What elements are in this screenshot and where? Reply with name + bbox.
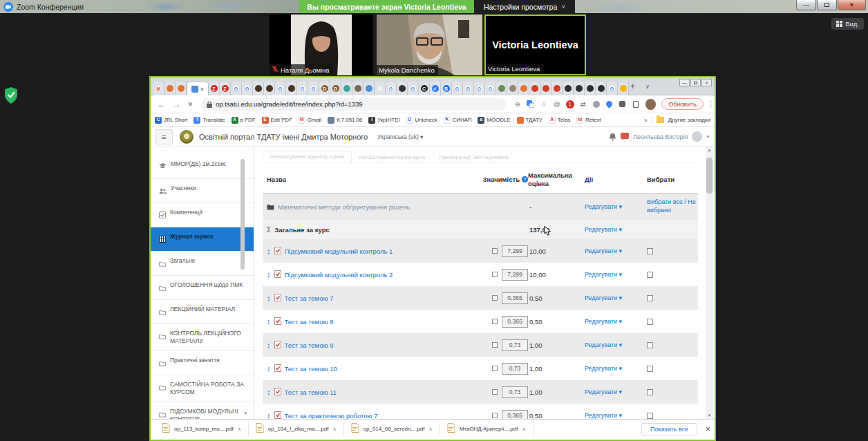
browser-tab[interactable]: Z (220, 82, 231, 95)
profile-alert-icon[interactable]: 1 (566, 100, 574, 109)
item-edit-menu[interactable]: Редагувати ▾ (585, 318, 637, 325)
browser-tab[interactable] (551, 82, 563, 95)
download-menu-chevron-icon[interactable]: ∧ (522, 426, 526, 432)
browser-tab[interactable]: D (330, 82, 341, 95)
scroll-down-icon[interactable]: ▼ (706, 412, 713, 419)
browser-tab[interactable]: D (319, 82, 330, 95)
fingerprint-extension-icon[interactable] (592, 100, 601, 109)
browser-tab[interactable] (397, 82, 408, 95)
category-name-link[interactable]: Математичні методи обґрунтування рішень (278, 203, 410, 211)
weight-override-checkbox[interactable] (492, 272, 498, 277)
weight-input[interactable]: 0,73 (502, 339, 528, 351)
browser-tab[interactable] (341, 82, 352, 95)
bookmark-item[interactable]: MGmail (299, 117, 321, 124)
sidebar-item[interactable]: ПІДСУМКОВІ МОДУЛЬНІ КОНТРОЛІ (151, 402, 254, 419)
browser-menu-icon[interactable]: ⋮ (708, 100, 715, 108)
move-icon[interactable]: ↕ (267, 294, 271, 302)
browser-tab[interactable] (618, 82, 629, 95)
sidebar-item[interactable]: ММОР(ДБ) 1м.2сем. (151, 155, 254, 178)
item-edit-menu[interactable]: Редагувати ▾ (585, 412, 637, 419)
language-selector[interactable]: Українська (uk) ▾ (377, 133, 423, 140)
close-button[interactable]: × (838, 0, 866, 10)
browser-tab[interactable] (352, 82, 364, 95)
download-item[interactable]: op_104_f_zika_ma....pdf∧ (249, 422, 344, 436)
weight-input[interactable]: 7,299 (502, 245, 528, 257)
page-scrollbar[interactable]: ▲ ▼ (706, 147, 713, 419)
category-edit-menu[interactable]: Редагувати ▾ (585, 203, 637, 210)
item-edit-menu[interactable]: Редагувати ▾ (585, 341, 637, 348)
browser-tab[interactable] (507, 82, 518, 95)
download-item[interactable]: op_113_komp_mo....pdf∧ (155, 422, 249, 436)
bookmark-star-icon[interactable]: ☆ (540, 100, 548, 109)
item-edit-menu[interactable]: Редагувати ▾ (585, 294, 637, 301)
browser-restore-button[interactable] (690, 79, 701, 86)
participant-tile[interactable]: Mykola Danchenko (377, 15, 482, 75)
browser-tab[interactable] (264, 82, 275, 95)
browser-tab[interactable]: G (474, 82, 485, 95)
select-all-none-links[interactable]: Вибрати все / Не вибрано (637, 198, 702, 214)
scroll-up-icon[interactable]: ▲ (706, 147, 713, 153)
browser-tab[interactable]: G (231, 82, 242, 95)
bookmark-item[interactable]: ATelza (549, 117, 570, 124)
select-checkbox[interactable] (647, 295, 653, 301)
browser-tab[interactable] (518, 82, 529, 95)
zoom-out-page-icon[interactable]: ⊖ (513, 100, 522, 109)
item-name-link[interactable]: Тест за практичною роботою 7 (285, 412, 378, 420)
weight-input[interactable]: 0,365 (502, 316, 528, 328)
weight-input[interactable]: 7,299 (502, 269, 528, 281)
browser-tab[interactable] (496, 82, 507, 95)
browser-tab[interactable] (286, 82, 297, 95)
gradebook-tab[interactable]: Налаштування журналу оцінок (263, 151, 352, 162)
weight-override-checkbox[interactable] (492, 413, 498, 418)
weight-override-checkbox[interactable] (492, 366, 498, 371)
bookmark-item[interactable]: ✎СИНАП (444, 117, 472, 124)
bookmark-item[interactable]: Xв PDF (232, 117, 256, 124)
browser-tab[interactable]: Z (209, 82, 220, 95)
browser-tab[interactable]: G (275, 82, 286, 95)
browser-tab[interactable]: B (441, 82, 452, 95)
browser-tab[interactable]: G (242, 82, 253, 95)
weight-override-checkbox[interactable] (492, 342, 498, 348)
forward-button[interactable]: → (173, 100, 181, 109)
help-icon[interactable]: ? (522, 176, 528, 182)
tab-search-chevron-icon[interactable]: ∨ (645, 84, 650, 90)
close-downloads-icon[interactable]: × (706, 424, 710, 434)
total-edit-menu[interactable]: Редагувати ▾ (585, 226, 637, 233)
browser-tab[interactable]: G (408, 82, 419, 95)
bookmark-item[interactable]: TTranslate (194, 117, 225, 124)
hamburger-menu-button[interactable]: ≡ (155, 129, 173, 144)
move-icon[interactable]: ↕ (267, 364, 271, 373)
browser-tab[interactable]: G (485, 82, 496, 95)
sidebar-item[interactable]: САМОСТІЙНА РОБОТА ЗА КУРСОМ (151, 375, 254, 402)
select-checkbox[interactable] (647, 272, 653, 278)
weight-override-checkbox[interactable] (492, 295, 498, 301)
browser-tab-active[interactable]: × (187, 82, 209, 95)
select-checkbox[interactable] (647, 413, 653, 419)
bookmark-item[interactable]: roRetext (576, 117, 601, 124)
item-name-link[interactable]: Тест за темою 8 (285, 318, 334, 326)
sidebar-item[interactable]: Учасники (151, 178, 254, 203)
select-checkbox[interactable] (647, 248, 653, 254)
view-settings-button[interactable]: Настройки просмотра ∨ (474, 0, 575, 13)
select-checkbox[interactable] (647, 319, 653, 325)
user-menu-caret-icon[interactable]: ▾ (706, 134, 709, 140)
show-all-downloads-button[interactable]: Показать все (641, 423, 697, 435)
bookmark-item[interactable]: UUnicheck (406, 117, 437, 124)
bookmark-item[interactable]: aMOODLE (478, 117, 510, 124)
browser-tab[interactable]: G (607, 82, 618, 95)
browser-tab[interactable] (375, 82, 386, 95)
browser-tab[interactable] (364, 82, 375, 95)
browser-tab[interactable]: G (297, 82, 308, 95)
download-item[interactable]: МтаОНД-Критерії....pdf∧ (440, 422, 534, 436)
bookmark-item[interactable]: EEdit PDF (262, 117, 292, 124)
move-icon[interactable]: ↕ (267, 317, 271, 326)
browser-minimize-button[interactable]: — (679, 79, 690, 86)
browser-tab[interactable]: ✓ (430, 82, 441, 95)
history-sync-icon[interactable]: ⇄ (579, 100, 587, 109)
select-checkbox[interactable] (647, 366, 653, 372)
browser-tab[interactable] (176, 82, 187, 95)
download-menu-chevron-icon[interactable]: ∧ (238, 426, 241, 432)
item-edit-menu[interactable]: Редагувати ▾ (585, 247, 637, 254)
download-menu-chevron-icon[interactable]: ∧ (332, 426, 336, 432)
move-icon[interactable]: ↕ (267, 341, 271, 349)
